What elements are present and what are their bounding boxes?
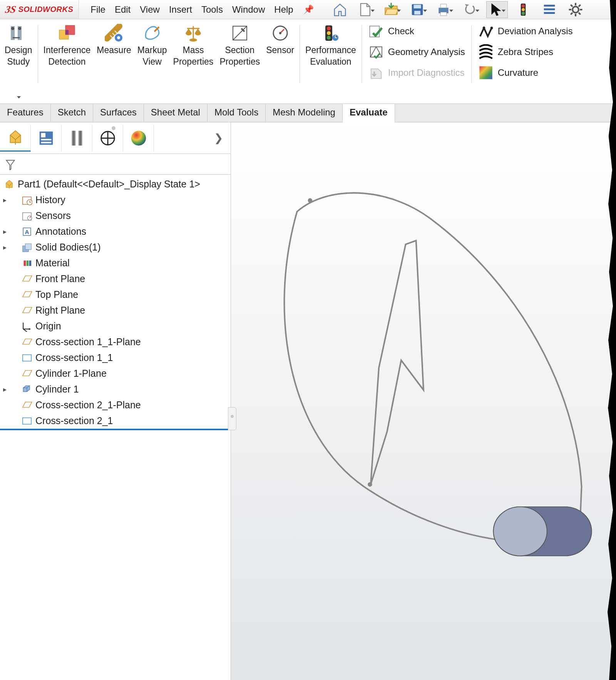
expand-caret[interactable]: ▸ — [3, 196, 10, 204]
deviation-analysis-button[interactable]: Deviation Analysis — [478, 23, 573, 39]
plane-icon — [21, 274, 33, 284]
menu-view[interactable]: View — [135, 4, 164, 15]
cm-tab-features[interactable]: Features — [0, 104, 51, 122]
tree-root[interactable]: Part1 (Default<<Default>_Display State 1… — [0, 176, 231, 192]
tree-item-label: Cross-section 1_1 — [35, 352, 113, 363]
expand-panel-button[interactable]: ❯ — [214, 132, 231, 144]
display-manager-tab[interactable] — [123, 125, 154, 152]
curvature-icon — [478, 65, 494, 81]
tree-item-label: Front Plane — [35, 273, 85, 284]
dimxpert-manager-tab[interactable] — [92, 125, 123, 152]
menu-edit[interactable]: Edit — [110, 4, 135, 15]
section-properties-icon — [230, 23, 250, 43]
tree-item-label: Sensors — [35, 210, 71, 221]
cm-tab-evaluate[interactable]: Evaluate — [343, 104, 395, 122]
pin-icon[interactable]: 📌 — [303, 5, 314, 15]
annotations-icon — [21, 226, 33, 237]
tree-item[interactable]: ▸ Annotations — [0, 224, 231, 239]
cm-tab-sheet-metal[interactable]: Sheet Metal — [144, 104, 208, 122]
svg-point-77 — [494, 507, 547, 556]
expand-caret[interactable]: ▸ — [3, 243, 10, 252]
performance-evaluation-button[interactable]: PerformanceEvaluation — [302, 22, 359, 69]
measure-button[interactable]: Measure — [94, 22, 134, 58]
tree-item[interactable]: Cylinder 1-Plane — [0, 366, 231, 381]
select-button[interactable] — [486, 1, 508, 18]
sensors-icon — [21, 211, 33, 221]
tree-item[interactable]: Top Plane — [0, 287, 231, 302]
mass-properties-icon — [183, 23, 203, 43]
tree-item[interactable]: Front Plane — [0, 271, 231, 287]
cm-tab-surfaces[interactable]: Surfaces — [93, 104, 144, 122]
property-manager-tab[interactable] — [31, 125, 62, 152]
curvature-button[interactable]: Curvature — [478, 65, 573, 81]
interference-detection-icon — [57, 23, 77, 43]
tree-item[interactable]: Cross-section 2_1 — [0, 413, 231, 430]
menu-window[interactable]: Window — [228, 4, 270, 15]
mass-properties-button[interactable]: MassProperties — [170, 22, 217, 69]
expand-caret[interactable]: ▸ — [3, 385, 10, 394]
filter-icon — [5, 159, 16, 170]
options-list-button[interactable] — [539, 1, 560, 18]
performance-evaluation-icon — [321, 23, 341, 43]
menu-insert[interactable]: Insert — [164, 4, 197, 15]
tree-item[interactable]: Sensors — [0, 208, 231, 224]
new-document-button[interactable] — [355, 1, 377, 18]
svg-point-74 — [308, 198, 313, 203]
home-button[interactable] — [329, 1, 351, 18]
interference-detection-button[interactable]: InterferenceDetection — [40, 22, 94, 69]
geometry-analysis-icon — [368, 44, 384, 60]
cm-tab-mold-tools[interactable]: Mold Tools — [208, 104, 266, 122]
geometry-analysis-button[interactable]: Geometry Analysis — [368, 44, 465, 60]
app-logo[interactable]: 3S SOLIDWORKS — [0, 0, 79, 19]
tree-item-label: Solid Bodies(1) — [35, 242, 101, 253]
tree-item[interactable]: Material — [0, 255, 231, 271]
feature-icon — [21, 384, 33, 395]
graphics-viewport[interactable] — [231, 122, 616, 680]
tree-item[interactable]: ▸ Cylinder 1 — [0, 381, 231, 397]
feature-manager-tree-tab[interactable] — [0, 125, 31, 152]
quick-access-toolbar — [329, 1, 586, 18]
material-icon — [21, 258, 33, 269]
markup-view-button[interactable]: MarkupView — [134, 22, 170, 69]
check-button[interactable]: Check — [368, 23, 465, 39]
tree-item[interactable]: Cross-section 2_1-Plane — [0, 397, 231, 413]
tree-item[interactable]: ▸ Solid Bodies(1) — [0, 239, 231, 255]
design-study-button[interactable]: DesignStudy — [2, 22, 35, 69]
tree-item-label: Cross-section 2_1 — [35, 415, 113, 426]
ribbon-dropdown-icon[interactable] — [17, 96, 21, 99]
tree-item[interactable]: ▸ History — [0, 192, 231, 208]
menu-file[interactable]: File — [86, 4, 110, 15]
save-button[interactable] — [408, 1, 429, 18]
plane-icon — [21, 289, 33, 300]
rebuild-button[interactable] — [512, 1, 534, 18]
cm-tab-mesh-modeling[interactable]: Mesh Modeling — [266, 104, 343, 122]
history-icon — [21, 195, 33, 206]
menu-help[interactable]: Help — [270, 4, 298, 15]
settings-button[interactable] — [565, 1, 586, 18]
feature-manager-filter[interactable] — [0, 154, 231, 175]
tree-item-label: Cylinder 1 — [35, 384, 79, 395]
tree-item-label: Origin — [35, 321, 61, 332]
zebra-stripes-button[interactable]: Zebra Stripes — [478, 44, 573, 60]
tree-item-label: Right Plane — [35, 305, 85, 316]
tree-item[interactable]: Right Plane — [0, 302, 231, 318]
menu-tools[interactable]: Tools — [197, 4, 228, 15]
section-properties-button[interactable]: SectionProperties — [216, 22, 263, 69]
open-document-button[interactable] — [382, 1, 403, 18]
sensor-button[interactable]: Sensor — [263, 22, 297, 58]
feature-tree: Part1 (Default<<Default>_Display State 1… — [0, 175, 231, 680]
sketch-icon — [21, 353, 33, 363]
undo-button[interactable] — [460, 1, 482, 18]
part-icon — [3, 179, 15, 190]
configuration-manager-tab[interactable] — [62, 125, 92, 152]
tree-item[interactable]: Cross-section 1_1 — [0, 350, 231, 366]
tree-item[interactable]: Origin — [0, 318, 231, 334]
deviation-analysis-icon — [478, 23, 494, 39]
expand-caret[interactable]: ▸ — [3, 227, 10, 236]
print-button[interactable] — [434, 1, 455, 18]
sketch-icon — [21, 416, 33, 426]
cm-tab-sketch[interactable]: Sketch — [51, 104, 93, 122]
tree-item[interactable]: Cross-section 1_1-Plane — [0, 334, 231, 350]
flyout-handle[interactable] — [228, 407, 236, 430]
markup-view-icon — [142, 23, 162, 43]
